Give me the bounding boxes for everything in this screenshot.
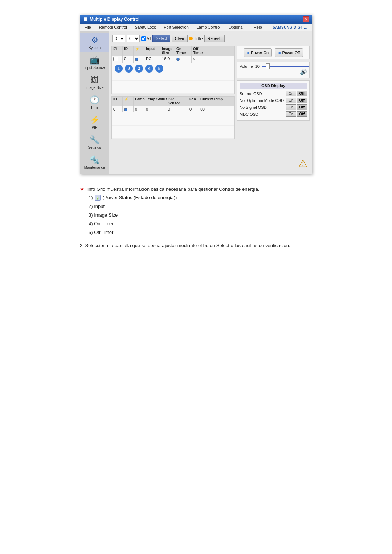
lower-empty-3 [112, 126, 234, 132]
sidebar-item-pip[interactable]: ⚡ PIP [80, 113, 109, 132]
sidebar-item-image-size[interactable]: 🖼 Image Size [80, 73, 109, 92]
lower-header-temp: Temp.Status [144, 97, 166, 106]
volume-row: Volume 10 [240, 64, 307, 69]
system-icon: ⚙ [91, 36, 98, 45]
title-bar-left: 🖥 Multiple Display Control [83, 17, 139, 22]
note2-text: Selecciona la pantalla que se desea ajus… [85, 243, 290, 248]
select-button[interactable]: Select [152, 35, 170, 42]
osd-mdc-label: MDC OSD [240, 112, 258, 116]
volume-section: Volume 10 🔊 [237, 62, 310, 78]
power-on-dot: ● [247, 50, 250, 56]
volume-value: 10 [255, 64, 260, 69]
osd-row-nosignal: No Signal OSD On Off [240, 104, 307, 110]
volume-slider[interactable] [262, 66, 309, 67]
close-button[interactable]: ✕ [303, 16, 309, 22]
left-panel: ☑ ID ⚡ Input Image Size On Timer Off Tim… [111, 46, 235, 148]
menu-lamp-control[interactable]: Lamp Control [195, 24, 223, 30]
description-note2: 2. Selecciona la pantalla que se desea a… [80, 242, 312, 250]
osd-row-notoptimum: Not Optimum Mode OSD On Off [240, 98, 307, 103]
numbered-circles-row: 1 2 3 4 5 [112, 63, 234, 74]
sidebar-item-system[interactable]: ⚙ System [80, 33, 109, 52]
row-checkbox[interactable] [113, 57, 118, 61]
lower-grid-header: ID ⚡ Lamp Temp.Status B/R Sensor Fan Cur… [112, 97, 234, 106]
osd-nosignal-off[interactable]: Off [297, 104, 307, 110]
refresh-button[interactable]: Refresh [204, 35, 225, 42]
window-body: ⚙ System 📺 Input Source 🖼 Image Size 🕐 T… [80, 31, 312, 174]
menu-port-selection[interactable]: Port Selection [162, 24, 191, 30]
sidebar-item-time[interactable]: 🕐 Time [80, 93, 109, 112]
menu-options[interactable]: Options... [226, 24, 248, 30]
item-num-2: 2) [89, 204, 94, 209]
maintenance-icon: 🔩 [90, 155, 99, 165]
list-item-4: 4) On Timer [89, 220, 312, 228]
lower-row-temp: 0 [144, 106, 166, 112]
intro-text: Info Grid muestra información básica nec… [87, 186, 260, 192]
dropdown2[interactable]: 0 [127, 35, 140, 42]
main-content: 0 0 All Select Clear Idle Refresh [109, 31, 312, 174]
row-off-timer: ○ [192, 56, 208, 63]
osd-section: OSD Display Source OSD On Off Not Optimu… [237, 80, 310, 121]
power-on-button[interactable]: ● Power On [244, 48, 272, 57]
pip-icon: ⚡ [90, 115, 99, 125]
menu-remote-control[interactable]: Remote Control [97, 24, 129, 30]
sidebar-item-maintenance[interactable]: 🔩 Maintenance [80, 153, 109, 172]
osd-source-on[interactable]: On [286, 91, 296, 96]
lower-grid-row-0: 0 0 0 0 0 83 [112, 106, 234, 112]
osd-mdc-on[interactable]: On [286, 111, 296, 117]
upper-grid-row-0: 0 PC 16:9 ○ [112, 56, 234, 63]
all-checkbox-label: All [141, 36, 151, 41]
menu-safety-lock[interactable]: Safety Lock [133, 24, 158, 30]
menu-help[interactable]: Help [252, 24, 264, 30]
circle-3: 3 [135, 65, 143, 73]
status-area: Idle [189, 36, 203, 41]
item-text-1: (Power Status (Estado de energía)) [103, 195, 177, 200]
osd-notoptimum-off[interactable]: Off [297, 98, 307, 103]
header-checkbox: ☑ [112, 46, 123, 56]
power-off-button[interactable]: ● Power Off [275, 48, 303, 57]
osd-source-off[interactable]: Off [297, 91, 307, 96]
window-icon: 🖥 [83, 17, 87, 22]
sidebar: ⚙ System 📺 Input Source 🖼 Image Size 🕐 T… [80, 31, 109, 174]
sidebar-label-input-source: Input Source [84, 66, 105, 70]
lower-header-br: B/R Sensor [166, 97, 188, 106]
header-id: ID [123, 46, 134, 56]
status-dot-icon [189, 37, 193, 40]
list-item-2: 2) Input [89, 202, 312, 210]
item-text-5: Off Timer [94, 230, 113, 235]
osd-notoptimum-buttons: On Off [286, 98, 307, 103]
list-item-3: 3) Image Size [89, 211, 312, 219]
menu-file[interactable]: File [82, 24, 93, 30]
empty-row-2 [112, 81, 234, 87]
row-on-timer [175, 56, 192, 63]
item-num-3: 3) [89, 212, 94, 218]
power-status-icon: 🔋 [95, 195, 101, 201]
osd-notoptimum-on[interactable]: On [286, 98, 296, 103]
osd-nosignal-on[interactable]: On [286, 104, 296, 110]
panels-row: ☑ ID ⚡ Input Image Size On Timer Off Tim… [111, 46, 310, 148]
circle-1: 1 [115, 65, 123, 73]
alert-icon: ⚠ [298, 157, 307, 169]
all-checkbox[interactable] [141, 36, 146, 41]
item-num-4: 4) [89, 221, 94, 226]
lower-header-lamp: Lamp [134, 97, 144, 106]
time-icon: 🕐 [90, 95, 99, 105]
osd-mdc-off[interactable]: Off [297, 111, 307, 117]
sidebar-item-settings[interactable]: 🔧 Settings [80, 133, 109, 152]
row-lamp-dot [134, 56, 144, 63]
description-list: 1) 🔋 (Power Status (Estado de energía)) … [89, 194, 312, 237]
clear-button[interactable]: Clear [172, 35, 188, 42]
lower-header-status: ⚡ [123, 97, 134, 106]
sidebar-label-system: System [89, 46, 101, 50]
note2-number: 2. [80, 243, 85, 248]
lower-empty-1 [112, 112, 234, 119]
settings-icon: 🔧 [90, 135, 99, 145]
item-text-3: Image Size [94, 212, 118, 218]
description-section: ★ Info Grid muestra información básica n… [80, 185, 312, 250]
sidebar-item-input-source[interactable]: 📺 Input Source [80, 53, 109, 72]
toolbar: 0 0 All Select Clear Idle Refresh [111, 33, 310, 44]
dropdown1[interactable]: 0 [112, 35, 125, 42]
lower-row-curr: 83 [199, 106, 224, 112]
sidebar-label-time: Time [91, 106, 99, 110]
circle-2: 2 [125, 65, 133, 73]
power-off-dot: ● [278, 50, 281, 56]
